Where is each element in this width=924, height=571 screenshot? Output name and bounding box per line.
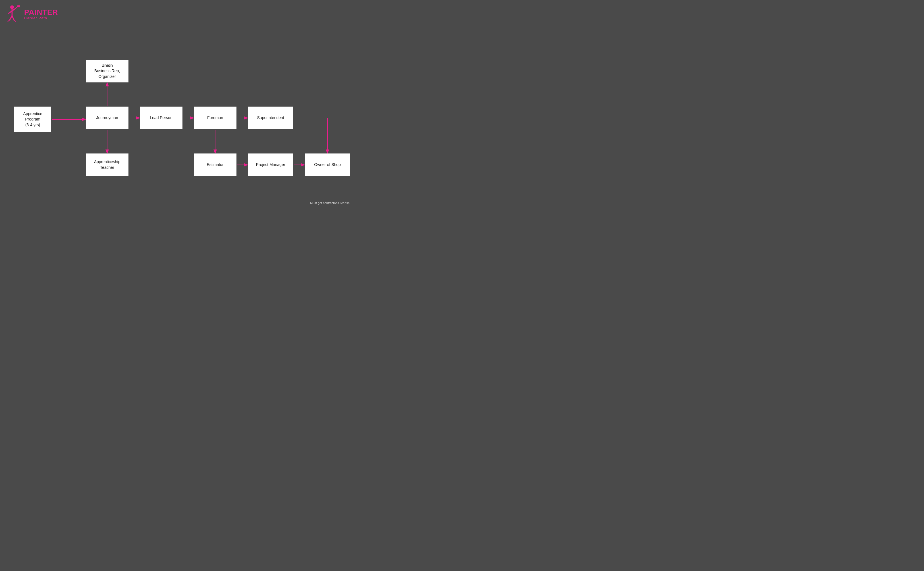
box-foreman: Foreman (194, 106, 236, 129)
apprentice-program-label: ApprenticeProgram(3-4 yrs) (23, 111, 42, 128)
box-superintendent: Superintendent (248, 106, 293, 129)
svg-point-0 (10, 5, 14, 9)
svg-line-2 (8, 11, 12, 13)
box-journeyman: Journeyman (86, 106, 128, 129)
estimator-label: Estimator (207, 162, 224, 168)
union-label: Union (102, 63, 113, 68)
box-apprenticeship-teacher: ApprenticeshipTeacher (86, 153, 128, 176)
project-manager-label: Project Manager (256, 162, 285, 168)
svg-line-6 (9, 15, 12, 20)
header: PAINTER Career Path (6, 5, 58, 23)
union-sub: Business Rep,Organizer (94, 68, 120, 79)
journeyman-label: Journeyman (96, 115, 118, 121)
superintendent-label: Superintendent (257, 115, 284, 121)
title-block: PAINTER Career Path (24, 9, 58, 20)
lead-person-label: Lead Person (150, 115, 172, 121)
box-lead-person: Lead Person (140, 106, 182, 129)
apprenticeship-teacher-label: ApprenticeshipTeacher (94, 159, 120, 170)
owner-of-shop-label: Owner of Shop (314, 162, 341, 168)
svg-rect-5 (17, 5, 20, 8)
svg-line-8 (8, 20, 10, 22)
box-owner-of-shop: Owner of Shop (305, 153, 350, 176)
box-apprentice-program: ApprenticeProgram(3-4 yrs) (14, 106, 51, 132)
title-career: Career Path (24, 16, 58, 20)
career-path-diagram: Union Business Rep,Organizer ApprenticeP… (9, 51, 361, 210)
painter-icon (6, 5, 21, 23)
box-project-manager: Project Manager (248, 153, 293, 176)
arrows-svg (9, 51, 361, 210)
box-union: Union Business Rep,Organizer (86, 60, 128, 82)
title-painter: PAINTER (24, 9, 58, 16)
svg-line-9 (14, 20, 16, 22)
box-estimator: Estimator (194, 153, 236, 176)
foreman-label: Foreman (207, 115, 223, 121)
svg-line-7 (12, 15, 14, 20)
license-note: Must get contractor's license (310, 201, 350, 205)
